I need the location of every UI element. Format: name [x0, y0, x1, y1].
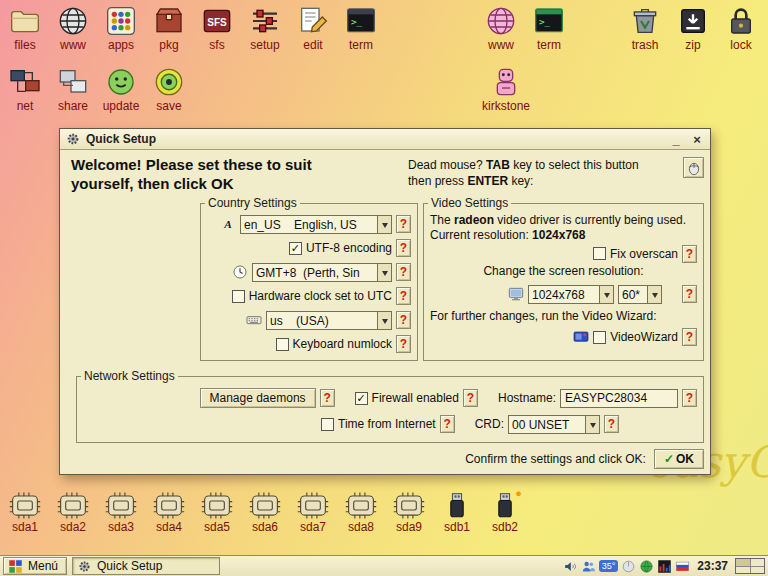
- drive-icon[interactable]: sda5: [194, 492, 240, 534]
- help-button[interactable]: ?: [682, 245, 697, 263]
- chevron-down-icon[interactable]: [585, 416, 599, 433]
- fix-overscan-checkbox[interactable]: [593, 247, 606, 260]
- desktop-icon[interactable]: trash: [622, 5, 668, 52]
- drive-icon[interactable]: sda4: [146, 492, 192, 534]
- desktop-icon[interactable]: www: [478, 5, 524, 52]
- video-wizard-row: VideoWizard ?: [428, 325, 699, 350]
- menu-button[interactable]: Menú: [3, 557, 67, 575]
- help-button[interactable]: ?: [320, 389, 335, 407]
- locale-select[interactable]: en_US English, US: [240, 215, 392, 234]
- close-button[interactable]: ×: [689, 131, 705, 147]
- keyboard-select[interactable]: us (USA): [266, 311, 392, 330]
- titlebar[interactable]: Quick Setup _ ×: [60, 129, 710, 150]
- manage-daemons-button[interactable]: Manage daemons: [200, 388, 316, 408]
- refresh-rate-value: 60*: [619, 286, 647, 303]
- desktop-icon[interactable]: files: [2, 5, 48, 52]
- network-settings-group: Network Settings Manage daemons ? ✓ Fire…: [76, 369, 704, 443]
- workspace-pager[interactable]: [735, 558, 765, 574]
- desktop-icon[interactable]: edit: [290, 5, 336, 52]
- network-globe-icon[interactable]: [639, 559, 654, 574]
- network-computers-icon: [9, 66, 41, 98]
- drive-icon[interactable]: sda6: [242, 492, 288, 534]
- resolution-value: 1024x768: [529, 286, 599, 303]
- deadmouse-text: key:: [508, 174, 533, 188]
- drive-icon[interactable]: sda8: [338, 492, 384, 534]
- hwclock-checkbox[interactable]: [232, 290, 245, 303]
- drive-icon[interactable]: sda9: [386, 492, 432, 534]
- drive-label: sda5: [204, 520, 230, 534]
- menu-logo-icon: [8, 559, 23, 574]
- desktop-icons-row2: net share update save: [2, 66, 192, 113]
- tab-target-button[interactable]: [683, 157, 704, 178]
- drive-icon[interactable]: sda1: [2, 492, 48, 534]
- chevron-down-icon[interactable]: [377, 312, 391, 329]
- monitor-icon: [508, 286, 524, 302]
- desktop-icon-label: pkg: [159, 38, 178, 52]
- help-button[interactable]: ?: [682, 328, 697, 346]
- numlock-checkbox[interactable]: [276, 338, 289, 351]
- help-button[interactable]: ?: [440, 415, 455, 433]
- hostname-field[interactable]: [560, 389, 678, 408]
- desktop-icon[interactable]: setup: [242, 5, 288, 52]
- help-button[interactable]: ?: [396, 263, 411, 281]
- svg-text:A: A: [223, 218, 232, 230]
- desktop-icon-label: zip: [685, 38, 700, 52]
- timezone-select[interactable]: GMT+8 (Perth, Sin: [252, 263, 392, 282]
- help-button[interactable]: ?: [396, 311, 411, 329]
- time-internet-checkbox[interactable]: [321, 418, 334, 431]
- utf8-checkbox[interactable]: ✓: [289, 242, 302, 255]
- system-monitor-icon[interactable]: [657, 559, 672, 574]
- keyboard-layout-flag-icon[interactable]: [675, 559, 690, 574]
- video-wizard-checkbox[interactable]: [593, 331, 606, 344]
- window-gear-icon: [65, 131, 81, 147]
- desktop-icon[interactable]: kirkstone: [478, 66, 534, 113]
- gear-icon: [77, 559, 92, 574]
- desktop-icon[interactable]: save: [146, 66, 192, 113]
- help-button[interactable]: ?: [396, 239, 411, 257]
- help-button[interactable]: ?: [682, 389, 697, 407]
- help-button[interactable]: ?: [463, 389, 478, 407]
- drive-label: sda8: [348, 520, 374, 534]
- help-button[interactable]: ?: [396, 335, 411, 353]
- drive-icon[interactable]: sdb1: [434, 492, 480, 534]
- drive-icon[interactable]: sda3: [98, 492, 144, 534]
- help-button[interactable]: ?: [396, 215, 411, 233]
- chevron-down-icon[interactable]: [647, 286, 661, 303]
- deadmouse-text: key to select this button: [510, 158, 639, 172]
- desktop-icon[interactable]: SFS sfs: [194, 5, 240, 52]
- desktop-icon[interactable]: zip: [670, 5, 716, 52]
- ok-button[interactable]: ✓ OK: [654, 449, 704, 469]
- drive-icon[interactable]: sda7: [290, 492, 336, 534]
- help-button[interactable]: ?: [682, 285, 697, 303]
- desktop-icon[interactable]: lock: [718, 5, 764, 52]
- partition-icon: [151, 492, 187, 519]
- volume-icon[interactable]: [563, 559, 578, 574]
- desktop-icon-label: net: [17, 99, 34, 113]
- desktop-icon[interactable]: >_ term: [526, 5, 572, 52]
- desktop-icon[interactable]: update: [98, 66, 144, 113]
- temperature-badge[interactable]: 35°: [599, 560, 619, 572]
- drive-icon[interactable]: ● sdb2: [482, 492, 528, 534]
- desktop-icon[interactable]: share: [50, 66, 96, 113]
- cpu-icon[interactable]: [621, 559, 636, 574]
- video-wizard-text: For further changes, run the Video Wizar…: [428, 307, 699, 325]
- desktop-icon[interactable]: pkg: [146, 5, 192, 52]
- minimize-button[interactable]: _: [668, 131, 684, 147]
- firewall-checkbox[interactable]: ✓: [355, 392, 368, 405]
- resolution-select[interactable]: 1024x768: [528, 285, 614, 304]
- desktop-icon[interactable]: >_ term: [338, 5, 384, 52]
- help-button[interactable]: ?: [604, 415, 619, 433]
- window-title: Quick Setup: [86, 132, 663, 146]
- desktop-icon[interactable]: www: [50, 5, 96, 52]
- refresh-rate-select[interactable]: 60*: [618, 285, 662, 304]
- desktop-icon[interactable]: net: [2, 66, 48, 113]
- help-button[interactable]: ?: [396, 287, 411, 305]
- chevron-down-icon[interactable]: [377, 264, 391, 281]
- users-icon[interactable]: [581, 559, 596, 574]
- chevron-down-icon[interactable]: [599, 286, 613, 303]
- chevron-down-icon[interactable]: [377, 216, 391, 233]
- drive-icon[interactable]: sda2: [50, 492, 96, 534]
- desktop-icon[interactable]: apps: [98, 5, 144, 52]
- taskbar-window-button[interactable]: Quick Setup: [72, 557, 220, 575]
- crd-select[interactable]: 00 UNSET: [508, 415, 600, 434]
